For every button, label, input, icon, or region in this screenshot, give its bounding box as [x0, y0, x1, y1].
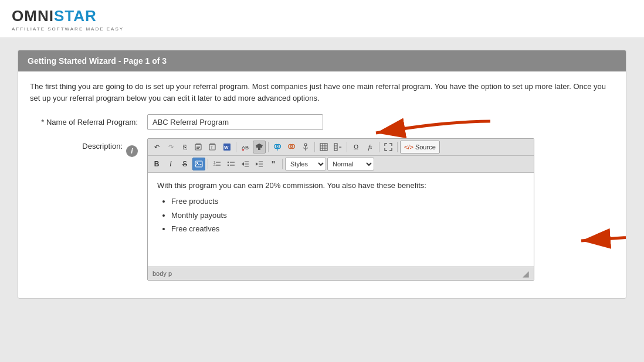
- editor-list: Free products Monthly payouts Free creat…: [171, 196, 524, 235]
- source-icon: </>: [404, 144, 413, 151]
- svg-rect-4: [196, 147, 200, 148]
- toolbar-format-btn[interactable]: [253, 141, 266, 153]
- main-content: Getting Started Wizard - Page 1 of 3 The…: [0, 38, 644, 310]
- toolbar-sep-6: [397, 142, 398, 152]
- toolbar-replace-btn[interactable]: [285, 141, 298, 153]
- toolbar-sep-8: [282, 159, 283, 169]
- wizard-header: Getting Started Wizard - Page 1 of 3: [18, 50, 626, 71]
- description-label: Description: i: [30, 138, 147, 157]
- list-item-3: Free creatives: [171, 223, 524, 235]
- svg-point-20: [304, 144, 307, 146]
- list-item-2: Monthly payouts: [171, 210, 524, 222]
- logo-tagline: AFFILIATE SOFTWARE MADE EASY: [12, 26, 124, 32]
- toolbar-omega-btn[interactable]: Ω: [350, 141, 362, 153]
- statusbar-resize: ◢: [523, 269, 529, 278]
- toolbar-table-col-btn[interactable]: ≡: [331, 141, 344, 153]
- toolbar-image-btn[interactable]: [192, 158, 205, 170]
- toolbar-anchor-btn[interactable]: [299, 141, 312, 153]
- logo-star: STAR: [54, 7, 97, 25]
- svg-text:2.: 2.: [213, 163, 216, 166]
- editor-container: ↶ ↷ ⎘ T: [147, 138, 534, 281]
- list-item-1: Free products: [171, 196, 524, 208]
- wizard-panel: Getting Started Wizard - Page 1 of 3 The…: [18, 50, 626, 299]
- toolbar-fx-btn[interactable]: fx: [364, 141, 377, 153]
- toolbar-strike-btn[interactable]: S: [178, 158, 191, 170]
- editor-content-text: With this program you can earn 20% commi…: [157, 180, 524, 192]
- toolbar-sep-7: [208, 159, 208, 169]
- svg-rect-22: [320, 144, 327, 151]
- toolbar-paste-text-btn[interactable]: T: [206, 141, 219, 153]
- name-control-area: [147, 114, 614, 130]
- wizard-title: Getting Started Wizard - Page 1 of 3: [28, 56, 167, 66]
- editor-content[interactable]: With this program you can earn 20% commi…: [148, 173, 534, 267]
- toolbar-undo-btn[interactable]: ↶: [150, 141, 163, 153]
- name-label-text: * Name of Referral Program:: [41, 118, 138, 127]
- svg-point-37: [228, 162, 229, 163]
- toolbar-paste-word-btn[interactable]: W: [221, 141, 233, 153]
- toolbar-paste-btn[interactable]: [192, 141, 205, 153]
- editor-statusbar: body p ◢: [148, 267, 534, 280]
- svg-rect-31: [195, 161, 202, 167]
- form-row-name: * Name of Referral Program:: [30, 114, 614, 130]
- description-control-area: ↶ ↷ ⎘ T: [147, 138, 614, 281]
- info-icon: i: [126, 145, 138, 157]
- toolbar-redo-btn[interactable]: ↷: [164, 141, 177, 153]
- svg-rect-12: [256, 146, 262, 148]
- toolbar-sep-1: [236, 142, 236, 152]
- svg-marker-41: [242, 162, 244, 166]
- logo-omni: OMNI: [12, 7, 54, 25]
- svg-rect-27: [334, 144, 337, 151]
- statusbar-text: body p: [152, 270, 172, 277]
- toolbar-sep-3: [314, 142, 315, 152]
- toolbar-outdent-btn[interactable]: [239, 158, 252, 170]
- toolbar-ul-btn[interactable]: [225, 158, 238, 170]
- name-input[interactable]: [147, 114, 323, 130]
- toolbar-source-button[interactable]: </> Source: [400, 141, 440, 153]
- toolbar-spell-btn[interactable]: ABC: [239, 141, 252, 153]
- toolbar-blockquote-btn[interactable]: ": [267, 158, 280, 170]
- svg-marker-13: [256, 144, 263, 146]
- svg-text:T: T: [211, 146, 213, 149]
- toolbar-sep-5: [379, 142, 379, 152]
- toolbar-bold-btn[interactable]: B: [150, 158, 163, 170]
- svg-text:W: W: [224, 145, 229, 150]
- svg-rect-3: [196, 146, 200, 146]
- form-row-description: Description: i ↶ ↷: [30, 138, 614, 281]
- arrow-2: [534, 223, 626, 252]
- toolbar-expand-btn[interactable]: [382, 141, 395, 153]
- toolbar-row-2: B I S: [148, 156, 534, 173]
- toolbar-table-btn[interactable]: [317, 141, 330, 153]
- toolbar-styles-select[interactable]: Styles: [285, 158, 326, 170]
- wizard-body: The first thing you are going to do is s…: [18, 71, 626, 298]
- logo: OMNISTAR AFFILIATE SOFTWARE MADE EASY: [12, 7, 632, 32]
- toolbar-copy-btn[interactable]: ⎘: [178, 141, 191, 153]
- toolbar-sep-4: [347, 142, 347, 152]
- toolbar-indent-btn[interactable]: [253, 158, 266, 170]
- source-label: Source: [415, 144, 436, 151]
- wizard-description: The first thing you are going to do is s…: [30, 81, 614, 104]
- toolbar-italic-btn[interactable]: I: [164, 158, 177, 170]
- name-label: * Name of Referral Program:: [30, 114, 147, 127]
- toolbar-ol-btn[interactable]: 1.2.: [211, 158, 223, 170]
- svg-text:≡: ≡: [339, 145, 342, 150]
- svg-point-39: [228, 165, 229, 166]
- toolbar-normal-select[interactable]: Normal: [327, 158, 374, 170]
- description-label-text: Description:: [82, 142, 123, 151]
- header: OMNISTAR AFFILIATE SOFTWARE MADE EASY: [0, 0, 644, 38]
- svg-rect-14: [258, 148, 260, 150]
- toolbar-row-1: ↶ ↷ ⎘ T: [148, 139, 534, 156]
- toolbar-sep-2: [268, 142, 269, 152]
- svg-rect-5: [196, 148, 199, 149]
- svg-marker-45: [256, 162, 258, 166]
- toolbar-find-btn[interactable]: [271, 141, 284, 153]
- page-wrapper: OMNISTAR AFFILIATE SOFTWARE MADE EASY Ge…: [0, 0, 644, 362]
